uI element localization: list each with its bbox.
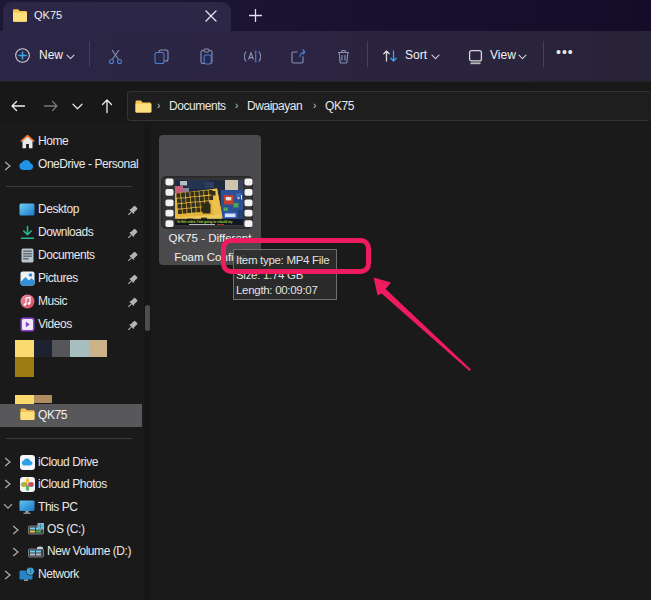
svg-text:In this video, I am going to r: In this video, I am going to rebuild my	[178, 219, 233, 224]
